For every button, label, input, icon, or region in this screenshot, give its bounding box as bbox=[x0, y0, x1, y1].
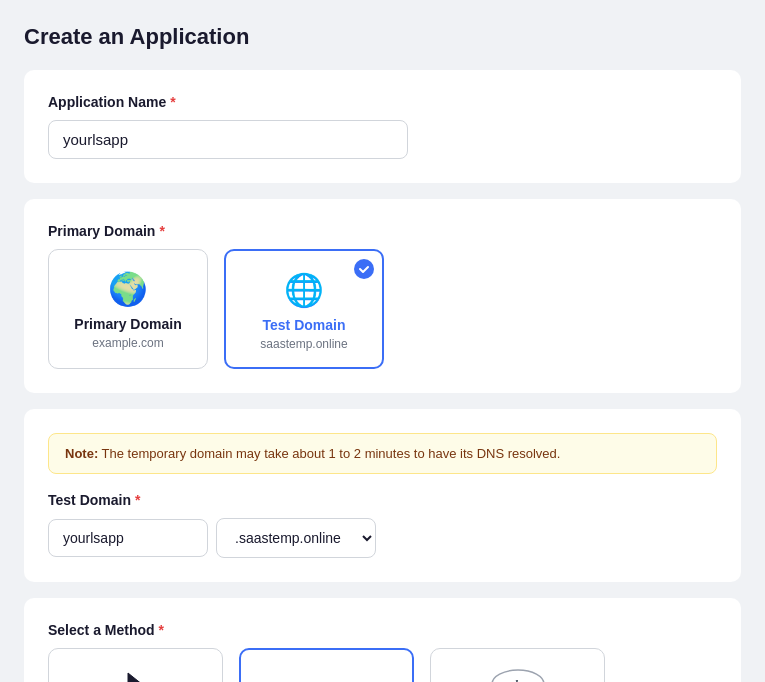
test-domain-select[interactable]: .saastemp.online .example.com bbox=[216, 518, 376, 558]
page-title: Create an Application bbox=[24, 24, 741, 50]
php-badge: php bbox=[491, 669, 545, 682]
test-domain-label: Test Domain * bbox=[48, 492, 717, 508]
test-domain-required: * bbox=[135, 492, 140, 508]
test-domain-input[interactable] bbox=[48, 519, 208, 557]
primary-domain-label: Primary Domain * bbox=[48, 223, 717, 239]
app-name-input[interactable] bbox=[48, 120, 408, 159]
primary-domain-card: Primary Domain * 🌍 Primary Domain exampl… bbox=[24, 199, 741, 393]
test-domain-check-badge bbox=[354, 259, 374, 279]
primary-globe-icon: 🌍 bbox=[108, 270, 148, 308]
method-cards-container: One Click Git bbox=[48, 648, 717, 682]
test-domain-row: .saastemp.online .example.com bbox=[48, 518, 717, 558]
cursor-icon bbox=[120, 669, 152, 682]
note-text: The temporary domain may take about 1 to… bbox=[102, 446, 561, 461]
test-domain-details-card: Note: The temporary domain may take abou… bbox=[24, 409, 741, 582]
test-domain-card-title: Test Domain bbox=[263, 317, 346, 333]
app-name-card: Application Name * bbox=[24, 70, 741, 183]
note-prefix: Note: bbox=[65, 446, 98, 461]
test-domain-card-subtitle: saastemp.online bbox=[260, 337, 347, 351]
svg-text:php: php bbox=[506, 677, 528, 682]
method-card: Select a Method * One Click bbox=[24, 598, 741, 682]
test-globe-icon: 🌐 bbox=[284, 271, 324, 309]
domain-cards-container: 🌍 Primary Domain example.com 🌐 Test Doma… bbox=[48, 249, 717, 369]
note-box: Note: The temporary domain may take abou… bbox=[48, 433, 717, 474]
method-label: Select a Method * bbox=[48, 622, 717, 638]
method-required: * bbox=[159, 622, 164, 638]
method-card-custom[interactable]: php Custom bbox=[430, 648, 605, 682]
primary-domain-required: * bbox=[159, 223, 164, 239]
app-name-required: * bbox=[170, 94, 175, 110]
domain-card-primary[interactable]: 🌍 Primary Domain example.com bbox=[48, 249, 208, 369]
domain-card-test[interactable]: 🌐 Test Domain saastemp.online bbox=[224, 249, 384, 369]
method-card-git[interactable]: Git bbox=[239, 648, 414, 682]
method-card-one-click[interactable]: One Click bbox=[48, 648, 223, 682]
app-name-label: Application Name * bbox=[48, 94, 717, 110]
primary-domain-card-title: Primary Domain bbox=[74, 316, 181, 332]
primary-domain-card-subtitle: example.com bbox=[92, 336, 163, 350]
